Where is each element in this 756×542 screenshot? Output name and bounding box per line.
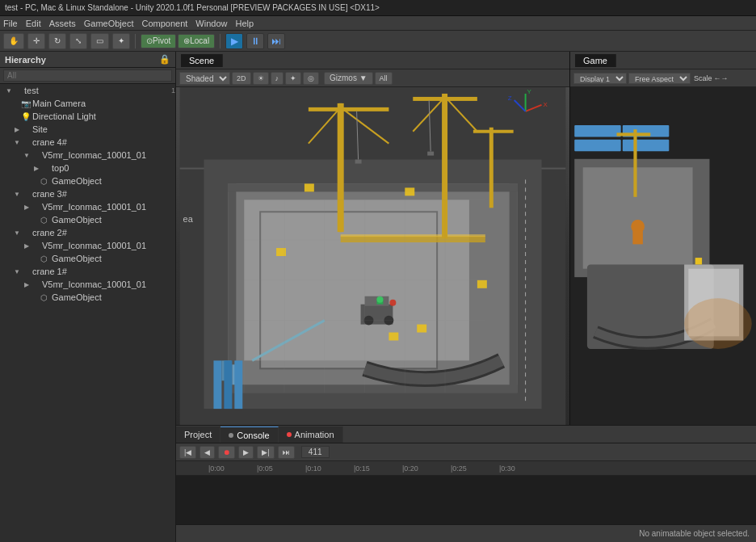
bottom-panels: Project Console Animation |◀ ◀ ⏺ ▶ ▶| ⏭ xyxy=(176,425,756,542)
pivot-local-group: ⊙Pivot ⊛Local xyxy=(141,34,215,48)
label-go4: GameObject xyxy=(52,292,102,302)
rect-tool-btn[interactable]: ▭ xyxy=(90,33,109,49)
hier-item-v5mr1[interactable]: ▼ V5mr_Iconmac_10001_01 xyxy=(0,149,175,162)
svg-rect-11 xyxy=(341,234,485,237)
test-badge: 1 xyxy=(171,86,175,95)
hier-item-go4[interactable]: ⬡ GameObject xyxy=(0,291,175,304)
hierarchy-search-input[interactable] xyxy=(3,69,172,82)
label-v5mr2: V5mr_Iconmac_10001_01 xyxy=(42,202,146,212)
move-tool-btn[interactable]: ✛ xyxy=(27,33,45,49)
scale-tool-btn[interactable]: ⤡ xyxy=(69,33,87,49)
scene-toolbar: Shaded 2D ☀ ♪ ✦ ◎ Gizmos ▼ All xyxy=(176,69,569,87)
tab-console-label: Console xyxy=(237,431,269,440)
svg-rect-72 xyxy=(633,129,636,197)
svg-text:ea: ea xyxy=(183,214,194,224)
hier-item-go2[interactable]: ⬡ GameObject xyxy=(0,213,175,226)
audio-btn[interactable]: ♪ xyxy=(271,72,284,85)
combined-tool-btn[interactable]: ✦ xyxy=(112,33,130,49)
game-tab[interactable]: Game xyxy=(575,54,616,67)
shading-mode-select[interactable]: Shaded xyxy=(179,72,230,85)
hier-item-crane1[interactable]: ▼ crane 1# xyxy=(0,265,175,278)
ruler-mark-3: |0:15 xyxy=(354,464,370,473)
arrow-top0: ▶ xyxy=(32,165,40,172)
icon-go4: ⬡ xyxy=(40,293,52,302)
menu-assets[interactable]: Assets xyxy=(49,19,76,28)
frame-input[interactable] xyxy=(301,446,330,458)
icon-camera: 📷 xyxy=(21,99,32,108)
display-select[interactable]: Display 1 xyxy=(573,73,627,84)
hier-item-v5mr4[interactable]: ▶ V5mr_Iconmac_10001_01 xyxy=(0,278,175,291)
svg-rect-27 xyxy=(473,130,514,133)
light-btn[interactable]: ☀ xyxy=(253,72,269,85)
scale-arrow: ←→ xyxy=(714,74,729,82)
menu-edit[interactable]: Edit xyxy=(26,19,41,28)
hidden-btn[interactable]: ◎ xyxy=(303,72,319,85)
anim-play-btn[interactable]: ▶ xyxy=(238,446,254,459)
hier-item-camera[interactable]: 📷 Main Camera xyxy=(0,97,175,110)
anim-prev-btn[interactable]: |◀ xyxy=(179,446,196,459)
svg-rect-69 xyxy=(623,140,670,152)
ruler-mark-0: |0:00 xyxy=(208,464,225,473)
all-btn[interactable]: All xyxy=(375,72,393,85)
svg-text:Y: Y xyxy=(527,88,532,95)
arrow-v5mr2: ▶ xyxy=(23,204,31,211)
arrow-crane1: ▼ xyxy=(13,268,21,275)
gizmos-btn[interactable]: Gizmos ▼ xyxy=(324,72,373,85)
svg-rect-8 xyxy=(228,384,517,393)
arrow-crane4: ▼ xyxy=(13,139,21,146)
anim-rew-btn[interactable]: ◀ xyxy=(200,446,215,459)
menu-file[interactable]: File xyxy=(3,19,18,28)
svg-rect-14 xyxy=(338,103,344,232)
anim-next-btn[interactable]: ⏭ xyxy=(278,446,295,459)
svg-rect-35 xyxy=(405,187,414,195)
svg-rect-20 xyxy=(442,94,447,238)
step-btn[interactable]: ⏭ xyxy=(267,33,285,49)
menu-component[interactable]: Component xyxy=(141,19,187,28)
timeline-body[interactable] xyxy=(176,476,756,524)
pivot-btn[interactable]: ⊙Pivot xyxy=(141,34,176,48)
label-crane2: crane 2# xyxy=(32,228,67,237)
svg-point-46 xyxy=(389,300,396,306)
svg-text:X: X xyxy=(543,101,548,108)
pause-btn[interactable]: ⏸ xyxy=(246,33,264,49)
tab-animation[interactable]: Animation xyxy=(279,426,343,443)
tab-console[interactable]: Console xyxy=(220,426,278,443)
2d-btn[interactable]: 2D xyxy=(232,72,251,85)
menu-window[interactable]: Window xyxy=(195,19,227,28)
svg-rect-75 xyxy=(632,231,643,245)
hier-item-go3[interactable]: ⬡ GameObject xyxy=(0,252,175,265)
menu-gameobject[interactable]: GameObject xyxy=(84,19,134,28)
label-site: Site xyxy=(32,124,48,134)
tab-project[interactable]: Project xyxy=(176,426,220,443)
scene-canvas[interactable]: X Y Z ea xyxy=(176,87,569,425)
hier-item-crane3[interactable]: ▼ crane 3# xyxy=(0,187,175,200)
hier-item-v5mr3[interactable]: ▶ V5mr_Iconmac_10001_01 xyxy=(0,239,175,252)
local-btn[interactable]: ⊛Local xyxy=(178,34,215,48)
play-btn[interactable]: ▶ xyxy=(225,33,243,49)
game-canvas[interactable] xyxy=(570,87,756,425)
svg-rect-25 xyxy=(427,152,434,156)
label-v5mr3: V5mr_Iconmac_10001_01 xyxy=(42,241,146,250)
hier-item-crane2[interactable]: ▼ crane 2# xyxy=(0,226,175,239)
hier-item-v5mr2[interactable]: ▶ V5mr_Iconmac_10001_01 xyxy=(0,200,175,213)
anim-rec-btn[interactable]: ⏺ xyxy=(218,446,235,459)
rotate-tool-btn[interactable]: ↻ xyxy=(48,33,66,49)
main-toolbar: ✋ ✛ ↻ ⤡ ▭ ✦ ⊙Pivot ⊛Local ▶ ⏸ ⏭ xyxy=(0,31,756,52)
menu-help[interactable]: Help xyxy=(235,19,254,28)
hier-item-light[interactable]: 💡 Directional Light xyxy=(0,110,175,123)
svg-text:Z: Z xyxy=(508,95,512,102)
hand-tool-btn[interactable]: ✋ xyxy=(3,33,24,49)
hier-item-go1[interactable]: ⬡ GameObject xyxy=(0,174,175,187)
aspect-select[interactable]: Free Aspect xyxy=(628,73,691,84)
scene-tab[interactable]: Scene xyxy=(181,54,223,67)
svg-rect-31 xyxy=(213,360,221,409)
hier-item-test[interactable]: ▼ test 1 xyxy=(0,84,175,97)
anim-fwd-btn[interactable]: ▶| xyxy=(257,446,274,459)
svg-rect-32 xyxy=(224,360,232,409)
svg-rect-15 xyxy=(309,107,389,111)
hier-item-site[interactable]: ▶ Site xyxy=(0,123,175,136)
fx-btn[interactable]: ✦ xyxy=(285,72,301,85)
hier-item-crane4[interactable]: ▼ crane 4# xyxy=(0,136,175,149)
svg-rect-37 xyxy=(477,280,487,288)
hier-item-top0[interactable]: ▶ top0 xyxy=(0,162,175,174)
